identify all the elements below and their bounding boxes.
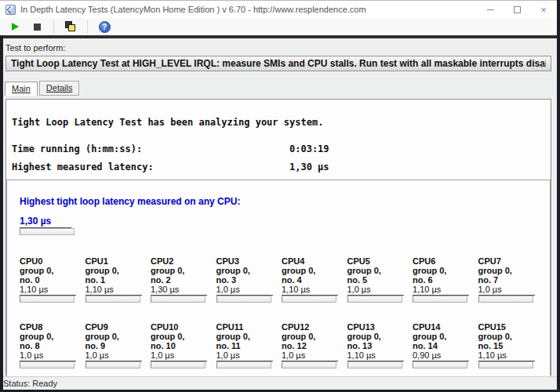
play-icon [12, 23, 19, 31]
close-icon: × [540, 5, 547, 15]
cpu-number: no. 5 [347, 275, 413, 285]
cpu-name: CPU12 [282, 322, 347, 332]
cpu-latency-value: 1,0 µs [151, 351, 207, 361]
cpu-group: group 0, [85, 332, 151, 341]
cpu-number: no. 0 [20, 275, 85, 285]
cpu-latency-bar [20, 361, 75, 368]
cpu-latency-value: 1,0 µs [85, 351, 142, 361]
time-running-value: 0:03:19 [289, 143, 329, 154]
cpu-group: group 0, [478, 266, 544, 275]
cpu-name: CPU3 [216, 256, 282, 266]
cpu-name: CPU11 [216, 322, 282, 332]
cpu-number: no. 10 [151, 341, 216, 350]
windows-button[interactable] [62, 20, 79, 34]
cpu-name: CPU7 [478, 256, 544, 266]
toolbar: ? [0, 18, 557, 35]
report-row-time: Time running (h:mm:ss): 0:03:19 [12, 143, 545, 154]
cpu-number: no. 13 [347, 341, 413, 350]
cpu-latency-value: 1,10 µs [478, 351, 535, 361]
cpu-cell: CPU5 group 0, no. 5 1,0 µs [347, 256, 413, 303]
cpu-cell: CPU11 group 0, no. 11 1,0 µs [216, 322, 282, 368]
tab-main[interactable]: Main [5, 82, 38, 96]
any-cpu-value: 1,30 µs [20, 216, 71, 228]
cpu-group: group 0, [478, 332, 544, 341]
cpu-grid: CPU0 group 0, no. 0 1,10 µs CPU1 group 0… [20, 256, 551, 368]
cpu-cell: CPU0 group 0, no. 0 1,10 µs [20, 256, 85, 303]
cpu-group: group 0, [85, 266, 151, 275]
maximize-icon [514, 6, 521, 13]
cpu-cell: CPU8 group 0, no. 8 1,0 µs [20, 322, 85, 368]
cpu-latency-value: 1,0 µs [20, 351, 76, 361]
cpu-cell: CPU3 group 0, no. 3 1,0 µs [216, 256, 282, 303]
cpu-cell: CPU15 group 0, no. 15 1,10 µs [478, 322, 544, 368]
cpu-latency-bar [151, 296, 205, 303]
cpu-cell: CPU6 group 0, no. 6 1,10 µs [413, 256, 478, 303]
window-title: In Depth Latency Tests (LatencyMon Home … [20, 5, 366, 14]
help-icon: ? [99, 21, 111, 33]
cpu-name: CPU9 [85, 322, 151, 332]
cpu-name: CPU1 [85, 256, 151, 266]
cpu-latency-bar [20, 296, 75, 303]
report-row-latency: Highest measured latency: 1,30 µs [12, 162, 545, 172]
maximize-button[interactable] [504, 1, 530, 18]
app-window: In Depth Latency Tests (LatencyMon Home … [0, 0, 557, 390]
test-section: Test to perform: Tight Loop Latency Test… [0, 38, 557, 79]
title-bar: In Depth Latency Tests (LatencyMon Home … [0, 1, 557, 18]
cpu-latency-panel: Highest tight loop latency measured on a… [6, 180, 551, 389]
cpu-latency-value: 0,90 µs [413, 351, 469, 361]
cpu-latency-bar [347, 361, 402, 368]
status-text: Status: Ready [3, 379, 57, 388]
cpu-name: CPU14 [413, 322, 478, 332]
close-button[interactable]: × [530, 1, 557, 18]
toolbar-separator [87, 20, 88, 33]
cpu-latency-value: 1,0 µs [347, 285, 404, 296]
report-status-line: Tight Loop Latency Test has been analyzi… [12, 117, 545, 128]
stop-test-button[interactable] [28, 20, 45, 34]
cpu-latency-value: 1,0 µs [282, 351, 338, 361]
cpu-cell: CPU7 group 0, no. 7 1,0 µs [478, 256, 544, 303]
tab-details[interactable]: Details [39, 81, 80, 96]
app-icon [5, 5, 16, 15]
cpu-number: no. 1 [85, 275, 151, 285]
cpu-latency-value: 1,30 µs [151, 285, 207, 296]
minimize-button[interactable] [477, 1, 504, 18]
cpu-name: CPU0 [20, 256, 85, 266]
cpu-latency-bar [85, 296, 140, 303]
cpu-latency-value: 1,10 µs [413, 285, 469, 296]
cpu-latency-value: 1,0 µs [216, 351, 273, 361]
cpu-latency-bar [478, 296, 533, 303]
cpu-latency-value: 1,10 µs [347, 351, 404, 361]
start-test-button[interactable] [6, 20, 24, 34]
cpu-cell: CPU9 group 0, no. 9 1,0 µs [85, 322, 151, 368]
any-cpu-latency-bar [20, 228, 75, 235]
cpu-latency-bar [282, 296, 336, 303]
cpu-name: CPU8 [20, 322, 85, 332]
cpu-name: CPU6 [413, 256, 478, 266]
cpu-number: no. 12 [282, 341, 347, 350]
any-cpu-summary: Highest tight loop latency measured on a… [20, 196, 551, 235]
cpu-group: group 0, [413, 266, 478, 275]
cpu-latency-bar [282, 361, 336, 368]
cpu-name: CPU4 [282, 256, 347, 266]
cpu-cell: CPU2 group 0, no. 2 1,30 µs [151, 256, 216, 303]
cpu-number: no. 2 [151, 275, 216, 285]
test-select-dropdown[interactable]: Tight Loop Latency Test at HIGH_LEVEL IR… [5, 56, 551, 71]
cpu-group: group 0, [282, 332, 347, 341]
windows-icon [65, 21, 77, 32]
cpu-number: no. 9 [85, 341, 151, 350]
report-text: Tight Loop Latency Test has been analyzi… [6, 100, 551, 172]
cpu-group: group 0, [413, 332, 478, 341]
highest-latency-value: 1,30 µs [289, 162, 329, 172]
help-button[interactable]: ? [96, 20, 113, 34]
minimize-icon [487, 9, 494, 10]
cpu-group: group 0, [151, 266, 216, 275]
cpu-group: group 0, [347, 332, 413, 341]
cpu-latency-value: 1,10 µs [20, 285, 76, 296]
cpu-cell: CPU14 group 0, no. 14 0,90 µs [413, 322, 478, 368]
cpu-cell: CPU12 group 0, no. 12 1,0 µs [282, 322, 347, 368]
cpu-latency-value: 1,10 µs [85, 285, 142, 296]
highest-latency-label: Highest measured latency: [12, 162, 289, 172]
cpu-cell: CPU1 group 0, no. 1 1,10 µs [85, 256, 151, 303]
cpu-group: group 0, [347, 266, 413, 275]
cpu-number: no. 6 [413, 275, 478, 285]
